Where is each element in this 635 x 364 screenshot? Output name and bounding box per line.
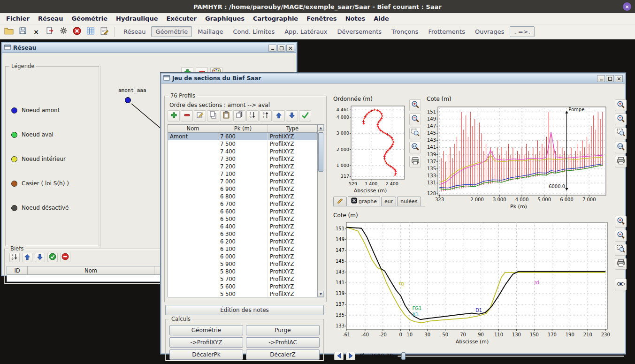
move-down-button[interactable] (35, 253, 45, 262)
profil-row-7200[interactable]: 7 200ProfilXYZ (168, 163, 317, 170)
sort-asc-button[interactable]: 91 (260, 110, 272, 121)
profil-row-6300[interactable]: 6 300ProfilXYZ (168, 230, 317, 238)
profil-row-7300[interactable]: 7 300ProfilXYZ (168, 155, 317, 163)
calc-profilac-button[interactable]: ->ProfilAC (246, 337, 320, 348)
profil-row-7600[interactable]: Amont7 600ProfilXYZ (168, 133, 317, 140)
calc-purge-button[interactable]: Purge (246, 325, 320, 335)
sections-close-button[interactable] (615, 75, 623, 82)
toolbar-button-maillage[interactable]: Maillage (193, 26, 227, 37)
move-up-button[interactable] (22, 253, 32, 262)
notes-button[interactable] (98, 26, 110, 38)
remove-button[interactable] (181, 110, 193, 121)
profil-row-5500[interactable]: 5 500ProfilXYZ (168, 290, 317, 297)
calc-decalerz-button[interactable]: DécalerZ (246, 349, 320, 360)
paste-button[interactable] (220, 110, 232, 121)
edit-notes-button[interactable]: Édition des notes (165, 305, 324, 315)
toolbar-button-reseau[interactable]: Réseau (119, 26, 150, 37)
settings-button[interactable] (57, 26, 69, 38)
profil-row-6400[interactable]: 6 400ProfilXYZ (168, 223, 317, 230)
toolbar-button-frottements[interactable]: Frottements (424, 26, 469, 37)
sort-desc-button[interactable]: 19 (9, 253, 20, 262)
print-button[interactable] (409, 156, 421, 167)
menu-hydraulique[interactable]: Hydraulique (112, 14, 162, 23)
profil-row-6900[interactable]: 6 900ProfilXYZ (168, 185, 317, 193)
biefs-column-header-nom[interactable]: Nom (28, 266, 154, 274)
profil-row-6600[interactable]: 6 600ProfilXYZ (168, 208, 317, 215)
tab-graphe[interactable]: graphe (348, 196, 380, 206)
eye-button[interactable] (615, 279, 627, 290)
tab-edit[interactable] (333, 197, 347, 206)
window-close-button[interactable]: × (623, 2, 631, 11)
calc-decalerpk-button[interactable]: DécalerPk (169, 349, 243, 360)
menu-geometrie[interactable]: Géométrie (67, 14, 112, 23)
toolbar-button-item[interactable]: . =>, (510, 26, 534, 37)
profil-row-5600[interactable]: 5 600ProfilXYZ (168, 283, 317, 290)
scroll-down-arrow[interactable]: ▼ (318, 291, 324, 297)
calc-profilxyz-button[interactable]: ->ProfilXYZ (169, 337, 243, 348)
edit-button[interactable] (194, 110, 206, 121)
reseau-minimize-button[interactable] (268, 45, 276, 52)
profil-row-6500[interactable]: 6 500ProfilXYZ (168, 215, 317, 223)
move-down-button[interactable] (286, 110, 298, 121)
zoom-reset-button[interactable]: 1.1 (409, 142, 421, 153)
sections-minimize-button[interactable] (597, 75, 605, 82)
apply-button[interactable] (299, 110, 311, 121)
zoom-in-button[interactable] (409, 99, 421, 111)
column-header-nom[interactable]: Nom (168, 125, 218, 132)
disable-button[interactable] (60, 253, 70, 262)
print-button[interactable] (615, 156, 627, 167)
zoom-out-button[interactable] (615, 230, 627, 242)
scroll-up-arrow[interactable]: ▲ (318, 125, 324, 131)
sections-window-titlebar[interactable]: Jeu de sections du Bief Saar (161, 74, 625, 83)
profil-row-6700[interactable]: 6 700ProfilXYZ (168, 200, 317, 208)
menu-executer[interactable]: Exécuter (162, 14, 201, 23)
move-up-button[interactable] (273, 110, 285, 121)
profils-table-scrollbar[interactable]: ▲ ▼ (318, 124, 324, 297)
scrollbar-thumb[interactable] (318, 132, 323, 172)
pk-slider-thumb[interactable] (401, 352, 405, 360)
profil-row-6200[interactable]: 6 200ProfilXYZ (168, 238, 317, 245)
column-header-type[interactable]: Type (268, 125, 317, 132)
reseau-close-button[interactable] (286, 45, 294, 52)
biefs-column-header-id[interactable]: ID (7, 266, 28, 274)
next-profile-button[interactable] (346, 352, 355, 360)
profil-row-6800[interactable]: 6 800ProfilXYZ (168, 193, 317, 200)
section-chart[interactable]: rgFG1X1D1rd-61-40-2001030507090110130150… (332, 220, 612, 338)
add-button[interactable] (168, 110, 180, 121)
zoom-in-button[interactable] (615, 99, 627, 111)
tab-eur[interactable]: eur (381, 197, 396, 206)
profil-row-5900[interactable]: 5 900ProfilXYZ (168, 260, 317, 268)
sort-desc-button[interactable]: 19 (246, 110, 259, 121)
profil-row-5800[interactable]: 5 800ProfilXYZ (168, 268, 317, 275)
toolbar-button-troncons[interactable]: Tronçons (387, 26, 422, 37)
profil-row-5700[interactable]: 5 700ProfilXYZ (168, 275, 317, 283)
calc-geometrie-button[interactable]: Géométrie (169, 325, 243, 335)
zoom-reset-button[interactable]: 1.1 (615, 142, 627, 153)
duplicate-button[interactable] (233, 110, 245, 121)
save-button[interactable] (16, 26, 29, 38)
toolbar-button-geometrie[interactable]: Géométrie (151, 26, 192, 37)
copy-button[interactable] (207, 110, 219, 121)
zoom-in-button[interactable] (615, 216, 627, 228)
pk-slider[interactable] (398, 352, 624, 360)
profil-row-7500[interactable]: 7 500ProfilXYZ (168, 140, 317, 148)
table-button[interactable] (84, 26, 97, 38)
column-header-pk-m[interactable]: Pk (m) (218, 125, 268, 132)
profil-row-7100[interactable]: 7 100ProfilXYZ (168, 170, 317, 178)
zoom-region-button[interactable] (615, 128, 627, 139)
tab-nulees[interactable]: nulées (397, 197, 421, 206)
previous-profile-button[interactable] (334, 352, 344, 360)
zoom-out-button[interactable] (615, 114, 627, 125)
profil-row-6000[interactable]: 6 000ProfilXYZ (168, 253, 317, 260)
plan-chart[interactable]: 5291 4002 4004 4614 0003 0002 0001 00031… (332, 103, 408, 187)
toolbar-button-app-lateraux[interactable]: App. Latéraux (280, 26, 331, 37)
print-button[interactable] (615, 258, 627, 270)
reseau-window-titlebar[interactable]: Réseau (2, 43, 296, 53)
export-button[interactable] (44, 26, 56, 38)
menu-aide[interactable]: Aide (369, 14, 393, 23)
menu-reseau[interactable]: Réseau (34, 14, 67, 23)
window-titlebar[interactable]: PAMHYR : /home/parouby/MAGE/exemple_saar… (0, 0, 635, 13)
profile-chart[interactable]: Pompe6000.03232 0003 0004 0005 0006 0007… (426, 103, 612, 203)
zoom-out-button[interactable] (409, 114, 421, 125)
sections-maximize-button[interactable] (606, 75, 614, 82)
